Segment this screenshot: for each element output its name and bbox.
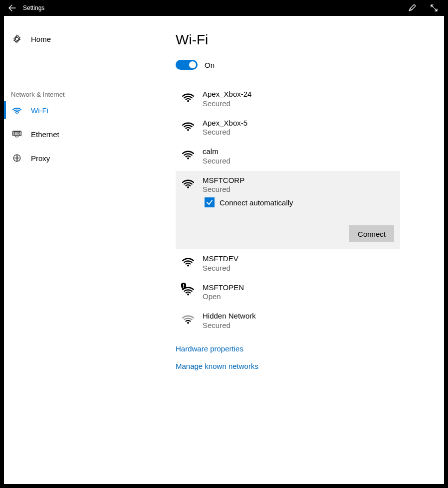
auto-connect-checkbox[interactable] [205, 197, 215, 207]
sidebar-item-label: Ethernet [31, 130, 59, 139]
maximize-icon[interactable] [423, 0, 445, 16]
network-status: Secured [203, 128, 247, 137]
gear-icon [11, 34, 23, 43]
ethernet-icon [11, 130, 23, 138]
sidebar-item-proxy[interactable]: Proxy [4, 146, 176, 170]
svg-point-6 [187, 158, 189, 160]
network-name: MSFTOPEN [203, 283, 244, 293]
main-panel: Wi-Fi On Apex_Xbox-24 Secured Apex_Xbox-… [176, 16, 444, 484]
svg-point-5 [187, 129, 189, 131]
page-title: Wi-Fi [176, 32, 404, 48]
network-item[interactable]: calm Secured [176, 142, 400, 171]
svg-point-12 [187, 322, 189, 324]
sidebar-item-home[interactable]: Home [4, 27, 176, 51]
wifi-icon [11, 106, 23, 115]
network-name: Hidden Network [203, 312, 256, 321]
edit-icon[interactable] [401, 0, 423, 16]
network-name: MSFTCORP [203, 176, 244, 185]
wifi-toggle-row: On [176, 60, 404, 70]
wifi-signal-icon [182, 177, 196, 191]
auto-connect-label: Connect automatically [220, 198, 293, 207]
network-status: Secured [203, 185, 244, 194]
network-name: Apex_Xbox-24 [203, 90, 251, 99]
wifi-signal-icon [182, 148, 196, 162]
network-name: calm [203, 147, 230, 157]
sidebar-item-ethernet[interactable]: Ethernet [4, 122, 176, 146]
sidebar-section-header: Network & Internet [4, 91, 176, 98]
network-name: Apex_Xbox-5 [203, 119, 247, 128]
network-item[interactable]: Apex_Xbox-24 Secured [176, 85, 400, 114]
network-item[interactable]: MSFTOPEN Open [176, 278, 400, 307]
svg-rect-9 [183, 284, 184, 287]
network-status: Secured [203, 321, 256, 330]
titlebar: Settings [0, 0, 448, 16]
sidebar-item-wifi[interactable]: Wi-Fi [4, 98, 176, 122]
sidebar-item-label: Wi-Fi [31, 106, 48, 115]
wifi-signal-icon [182, 255, 196, 269]
home-label: Home [31, 35, 51, 43]
sidebar: Home Network & Internet Wi-Fi [4, 16, 176, 484]
svg-point-11 [187, 293, 189, 295]
wifi-signal-icon [182, 91, 196, 105]
wifi-signal-icon [182, 120, 196, 134]
network-status: Secured [203, 99, 251, 109]
network-list: Apex_Xbox-24 Secured Apex_Xbox-5 Secured… [176, 85, 400, 335]
network-name: MSFTDEV [203, 254, 238, 264]
wifi-toggle[interactable] [176, 60, 198, 70]
wifi-toggle-label: On [205, 61, 215, 69]
network-status: Secured [203, 264, 238, 273]
window-title: Settings [23, 4, 44, 11]
back-button[interactable] [3, 0, 21, 16]
network-item[interactable]: Hidden Network Secured [176, 307, 400, 335]
network-item[interactable]: MSFTDEV Secured [176, 249, 400, 278]
svg-point-7 [187, 186, 189, 188]
network-item-expanded[interactable]: MSFTCORP Secured Connect automatically C… [176, 171, 400, 250]
svg-point-0 [16, 113, 18, 114]
svg-point-8 [187, 265, 189, 267]
wifi-signal-icon [182, 284, 196, 298]
svg-point-4 [187, 100, 189, 102]
wifi-signal-icon [182, 313, 196, 326]
sidebar-item-label: Proxy [31, 154, 50, 163]
link-hardware-properties[interactable]: Hardware properties [176, 344, 404, 353]
globe-icon [11, 154, 23, 163]
network-item[interactable]: Apex_Xbox-5 Secured [176, 114, 400, 143]
svg-rect-10 [183, 287, 184, 288]
network-status: Secured [203, 157, 230, 166]
link-manage-known-networks[interactable]: Manage known networks [176, 362, 404, 370]
connect-button[interactable]: Connect [349, 225, 394, 242]
network-status: Open [203, 292, 244, 302]
